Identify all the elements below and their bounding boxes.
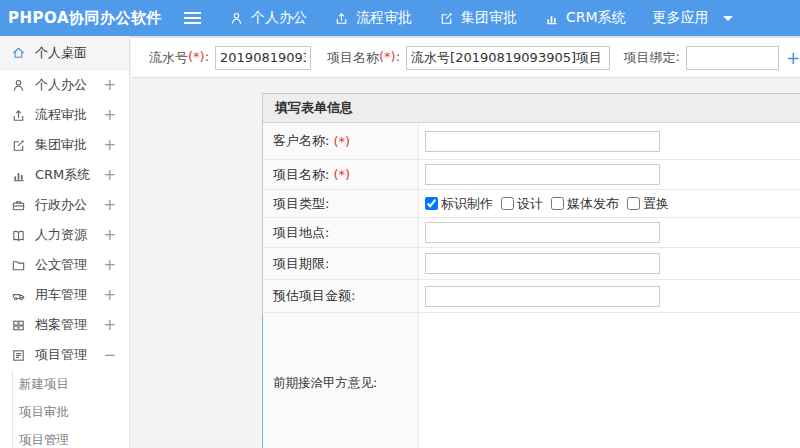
sidebar-item-vehicle-management[interactable]: 用车管理 + — [0, 280, 129, 310]
header-form-band: 流水号(*): 项目名称(*): 项目绑定: + — [131, 38, 800, 78]
checkbox-input[interactable] — [425, 197, 438, 210]
required-mark: (*) — [379, 49, 396, 67]
sidebar-item-label: 行政办公 — [35, 196, 87, 214]
expand-plus-icon[interactable]: + — [103, 286, 116, 304]
sidebar-item-group-approval[interactable]: 集团审批 + — [0, 130, 129, 160]
project-location-input[interactable] — [425, 222, 660, 243]
sidebar: 个人桌面 个人办公 + 流程审批 + 集团审批 + CRM系统 + 行政办公 + — [0, 36, 130, 448]
sidebar-item-project-management[interactable]: 项目管理 − — [0, 340, 129, 370]
app-logo: PHPOA协同办公软件 — [0, 9, 170, 28]
sidebar-item-label: 流程审批 — [35, 106, 87, 124]
estimated-amount-input[interactable] — [425, 286, 660, 307]
focused-row-edge — [262, 314, 263, 448]
nav-label: 更多应用 — [653, 9, 709, 27]
collapse-minus-icon[interactable]: − — [103, 346, 116, 364]
chart-icon — [544, 11, 559, 26]
row-label: 项目名称:(*) — [263, 160, 419, 189]
sidebar-item-label: 档案管理 — [35, 316, 87, 334]
nav-personal-office[interactable]: 个人办公 — [229, 9, 307, 27]
form-row-project-type: 项目类型: 标识制作 设计 媒体发布 置换 — [263, 190, 800, 218]
preliminary-opinion-textarea[interactable] — [419, 313, 800, 448]
checkbox-sign-making[interactable]: 标识制作 — [425, 195, 493, 213]
add-bind-button[interactable]: + — [786, 48, 800, 68]
book-icon — [11, 228, 26, 243]
form-row-project-location: 项目地点: — [263, 218, 800, 248]
submenu-item-project-management[interactable]: 项目管理 — [13, 426, 129, 448]
project-bind-input[interactable] — [686, 46, 779, 70]
topbar: PHPOA协同办公软件 个人办公 流程审批 集团审批 CRM系统 更多应用 — [0, 0, 800, 36]
sidebar-item-archive-management[interactable]: 档案管理 + — [0, 310, 129, 340]
folder-icon — [11, 258, 26, 273]
nav-crm-system[interactable]: CRM系统 — [544, 9, 626, 27]
nav-workflow-approval[interactable]: 流程审批 — [334, 9, 412, 27]
expand-plus-icon[interactable]: + — [103, 166, 116, 184]
nav-group-approval[interactable]: 集团审批 — [439, 9, 517, 27]
sidebar-item-label: 人力资源 — [35, 226, 87, 244]
expand-plus-icon[interactable]: + — [103, 76, 116, 94]
required-mark: (*) — [333, 167, 350, 182]
sidebar-item-label: 用车管理 — [35, 286, 87, 304]
nav-more-apps[interactable]: 更多应用 — [653, 9, 733, 27]
submenu-item-new-project[interactable]: 新建项目 — [13, 370, 129, 398]
checkbox-input[interactable] — [627, 197, 640, 210]
checkbox-design[interactable]: 设计 — [501, 195, 543, 213]
expand-plus-icon[interactable]: + — [103, 196, 116, 214]
nav-label: 集团审批 — [461, 9, 517, 27]
sidebar-item-label: 集团审批 — [35, 136, 87, 154]
sidebar-item-label: 个人办公 — [35, 76, 87, 94]
expand-plus-icon[interactable]: + — [103, 136, 116, 154]
nav-label: CRM系统 — [566, 9, 626, 27]
form-row-project-duration: 项目期限: — [263, 248, 800, 280]
form-row-preliminary-opinion: 前期接洽甲方意见: — [263, 313, 800, 448]
workflow-icon — [334, 11, 349, 26]
checkbox-input[interactable] — [501, 197, 514, 210]
sidebar-item-desktop[interactable]: 个人桌面 — [0, 36, 129, 70]
required-mark: (*) — [333, 134, 350, 149]
checkbox-media-release[interactable]: 媒体发布 — [551, 195, 619, 213]
panel-title: 填写表单信息 — [263, 94, 800, 123]
sidebar-item-crm-system[interactable]: CRM系统 + — [0, 160, 129, 190]
checkbox-exchange[interactable]: 置换 — [627, 195, 669, 213]
sidebar-item-document-management[interactable]: 公文管理 + — [0, 250, 129, 280]
nav-label: 个人办公 — [251, 9, 307, 27]
workflow-icon — [11, 108, 26, 123]
caret-down-icon — [723, 16, 733, 21]
project-duration-input[interactable] — [425, 253, 660, 274]
sidebar-item-human-resources[interactable]: 人力资源 + — [0, 220, 129, 250]
sidebar-item-label: 项目管理 — [35, 346, 87, 364]
sidebar-item-workflow-approval[interactable]: 流程审批 + — [0, 100, 129, 130]
edit-icon — [11, 138, 26, 153]
menu-toggle-button[interactable] — [184, 11, 202, 25]
serial-number-label: 流水号(*): — [149, 49, 209, 67]
archive-icon — [11, 318, 26, 333]
chart-icon — [11, 168, 26, 183]
expand-plus-icon[interactable]: + — [103, 256, 116, 274]
briefcase-icon — [11, 198, 26, 213]
form-row-customer-name: 客户名称:(*) — [263, 123, 800, 160]
form-panel: 填写表单信息 客户名称:(*) 项目名称:(*) 项目类型: 标识制作 设计 — [262, 93, 800, 448]
car-icon — [11, 288, 26, 303]
edit-icon — [439, 11, 454, 26]
project-bind-label: 项目绑定: — [624, 49, 680, 67]
checkbox-input[interactable] — [551, 197, 564, 210]
expand-plus-icon[interactable]: + — [103, 316, 116, 334]
form-row-project-name: 项目名称:(*) — [263, 160, 800, 190]
sidebar-item-personal-office[interactable]: 个人办公 + — [0, 70, 129, 100]
expand-plus-icon[interactable]: + — [103, 106, 116, 124]
row-label: 预估项目金额: — [263, 280, 419, 312]
row-label: 客户名称:(*) — [263, 123, 419, 159]
serial-number-input[interactable] — [215, 46, 311, 70]
sidebar-item-label: 公文管理 — [35, 256, 87, 274]
user-icon — [229, 11, 244, 26]
expand-plus-icon[interactable]: + — [103, 226, 116, 244]
row-label: 项目期限: — [263, 248, 419, 279]
nav-label: 流程审批 — [356, 9, 412, 27]
project-name-field-input[interactable] — [425, 164, 660, 185]
row-label: 项目类型: — [263, 190, 419, 217]
submenu-item-project-approval[interactable]: 项目审批 — [13, 398, 129, 426]
sidebar-item-admin-office[interactable]: 行政办公 + — [0, 190, 129, 220]
project-name-label: 项目名称(*): — [327, 49, 400, 67]
required-mark: (*) — [188, 49, 205, 67]
project-name-input[interactable] — [406, 46, 610, 70]
customer-name-input[interactable] — [425, 131, 660, 152]
